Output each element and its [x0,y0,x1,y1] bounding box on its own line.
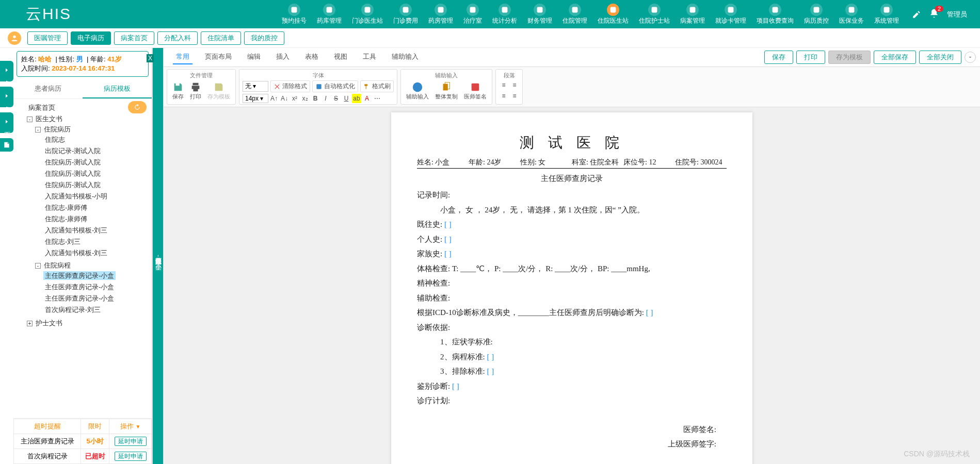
side-doc-button[interactable] [0,138,13,152]
ribbon-tab-0[interactable]: 常用 [173,50,192,64]
bold[interactable]: B [311,94,320,103]
ribbon-tab-2[interactable]: 编辑 [244,50,264,64]
ribbon-print[interactable]: 打印 [188,80,203,102]
edit-icon[interactable] [912,10,921,19]
align-center[interactable]: ≡ [510,80,519,90]
italic[interactable]: I [321,94,330,103]
save-all-button[interactable]: 全部保存 [874,51,916,64]
format-brush[interactable]: 格式刷 [360,80,394,92]
tree-doctor-docs[interactable]: 医生文书 [34,114,64,123]
tab-patient-record[interactable]: 患者病历 [13,80,83,98]
user-name[interactable]: 管理员 [947,10,967,19]
superscript[interactable]: x² [290,94,299,103]
ribbon-tab-6[interactable]: 工具 [360,50,379,64]
ribbon-tab-1[interactable]: 页面布局 [202,50,235,64]
align-justify[interactable]: ≡ [510,91,519,101]
side-tab-discharged[interactable]: 出院患者 [0,87,13,107]
subnav-1[interactable]: 电子病历 [71,31,111,45]
nav-15[interactable]: 医保业务 [834,1,869,27]
nav-10[interactable]: 住院护士站 [634,1,675,27]
tree-inhosp-course[interactable]: 住院病程 [42,261,72,270]
ribbon-save-tpl[interactable]: 存为模板 [205,80,232,102]
ribbon-tab-5[interactable]: 视图 [331,50,350,64]
tree-item[interactable]: 住院志-康师傅 [43,203,89,212]
tree-root-record[interactable]: 病案首页 [27,103,57,112]
document-viewport[interactable]: 测 试 医 院 姓名: 小盒年龄: 24岁性别: 女科室: 住院全科床位号: 1… [164,107,980,464]
tree-item[interactable]: 主任医师查房记录-小盒 [43,271,116,280]
nav-7[interactable]: 财务管理 [522,1,557,27]
nav-1[interactable]: 药库管理 [312,1,347,27]
save-template-button[interactable]: 存为模板 [828,51,871,64]
close-all-button[interactable]: 全部关闭 [919,51,961,64]
avatar[interactable] [8,31,21,45]
nav-2[interactable]: 门诊医生站 [347,1,388,27]
refresh-button[interactable] [128,101,147,113]
nav-3[interactable]: 门诊费用 [388,1,423,27]
nav-16[interactable]: 系统管理 [869,1,904,27]
ribbon-tab-3[interactable]: 插入 [273,50,293,64]
side-tab-inpatient[interactable]: 在院患者 [0,61,13,81]
tree-item[interactable]: 主任医师查房记录-小盒 [43,283,116,291]
tree-item[interactable]: 住院志 [43,135,67,144]
tree-nurse-docs[interactable]: 护士文书 [34,319,64,327]
tree-item[interactable]: 入院通知书模板-刘三 [43,248,109,257]
tree-item[interactable]: 住院病历-测试入院 [43,158,102,167]
font-grow[interactable]: A↑ [269,94,279,103]
field-personal[interactable]: [ ] [444,235,452,243]
nav-9[interactable]: 住院医生站 [592,1,634,27]
delay-button[interactable]: 延时申请 [115,452,147,461]
nav-4[interactable]: 药房管理 [423,1,458,27]
strike[interactable]: S [331,94,341,103]
nav-11[interactable]: 病案管理 [675,1,710,27]
tree-item[interactable]: 首次病程记录-刘三 [43,305,102,314]
notification-bell[interactable]: 2 [929,8,939,20]
tree-inhosp-record[interactable]: 住院病历 [42,125,72,134]
auto-format[interactable]: 自动格式化 [312,80,358,92]
font-family-select[interactable]: 无 ▾ [243,81,268,92]
tree-item[interactable]: 主任医师查房记录-小盒 [43,294,116,303]
tree-item[interactable]: 住院病历-测试入院 [43,180,102,189]
toggle-icon[interactable]: - [27,117,33,122]
side-tab-history[interactable]: 历史患者 [0,112,13,133]
delay-button[interactable]: 延时申请 [115,437,147,446]
font-shrink[interactable]: A↓ [280,94,289,103]
field-family[interactable]: [ ] [444,250,452,258]
tree-item[interactable]: 住院病历-测试入院 [43,169,102,178]
ribbon-tab-7[interactable]: 辅助输入 [389,50,422,64]
copy-all[interactable]: 整体复制 [433,80,460,102]
close-tab-button[interactable]: X [147,54,154,62]
align-left[interactable]: ≡ [499,80,508,90]
more-font[interactable]: ⋯ [373,94,382,103]
doc-vertical-tab[interactable]: 主任医师查房记录 - 小盒 X [153,48,163,464]
nav-5[interactable]: 治疗室 [458,1,487,27]
tree-item[interactable]: 入院通知书模板-刘三 [43,226,109,235]
assist-input[interactable]: 辅助输入 [404,80,431,102]
tab-record-template[interactable]: 病历模板 [83,80,152,98]
tree-item[interactable]: 入院通知书模板-小明 [43,192,109,201]
document-page[interactable]: 测 试 医 院 姓名: 小盒年龄: 24岁性别: 女科室: 住院全科床位号: 1… [391,112,752,464]
subnav-2[interactable]: 病案首页 [114,31,154,45]
subnav-3[interactable]: 分配入科 [157,31,198,45]
nav-8[interactable]: 住院管理 [557,1,592,27]
subscript[interactable]: x₂ [300,94,310,103]
field-diag[interactable]: [ ] [646,308,653,317]
nav-14[interactable]: 病历质控 [799,1,834,27]
nav-13[interactable]: 项目收费查询 [751,1,799,27]
nav-6[interactable]: 统计分析 [487,1,522,27]
ribbon-save[interactable]: 保存 [170,80,186,102]
field-past[interactable]: [ ] [444,220,452,228]
field-diff[interactable]: [ ] [452,382,459,390]
doctor-sign[interactable]: 医师签名 [462,80,489,102]
nav-0[interactable]: 预约挂号 [277,1,312,27]
print-button[interactable]: 打印 [796,51,825,64]
clear-format[interactable]: 清除格式 [270,80,310,92]
align-right[interactable]: ≡ [499,91,508,101]
subnav-4[interactable]: 住院清单 [201,31,241,45]
highlight[interactable]: ab [352,94,361,103]
nav-12[interactable]: 就诊卡管理 [710,1,751,27]
font-color[interactable]: A [362,94,372,103]
tree-item[interactable]: 住院志-康师傅 [43,214,89,223]
subnav-0[interactable]: 医嘱管理 [27,31,68,45]
tree-item[interactable]: 住院志-刘三 [43,237,82,246]
collapse-ribbon-button[interactable] [965,52,976,63]
